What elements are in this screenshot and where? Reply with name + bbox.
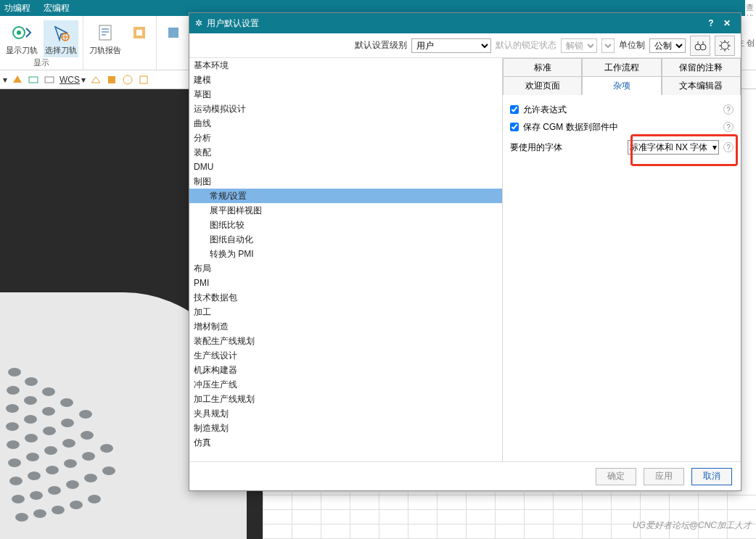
toolbar-icon[interactable] <box>44 74 55 86</box>
tree-item[interactable]: 冲压生产线 <box>189 377 502 392</box>
svg-point-46 <box>42 407 55 416</box>
svg-rect-13 <box>45 77 54 83</box>
toolpath-report-button[interactable]: 刀轨报告 <box>88 20 123 57</box>
tree-item[interactable]: 建模 <box>189 73 502 87</box>
tree-item[interactable]: 装配 <box>189 145 502 160</box>
font-select[interactable]: 标准字体和 NX 字体▾ <box>628 140 719 155</box>
tree-item[interactable]: 图纸比较 <box>189 218 502 232</box>
svg-rect-10 <box>136 30 142 36</box>
ribbon-icon-button[interactable] <box>127 20 152 45</box>
svg-point-47 <box>60 398 73 407</box>
wcs-dropdown[interactable]: WCS ▾ <box>59 75 86 85</box>
tree-item[interactable]: 装配生产线规划 <box>189 334 502 348</box>
allow-expression-checkbox[interactable] <box>510 105 519 114</box>
svg-point-40 <box>25 434 38 443</box>
svg-point-36 <box>44 446 57 455</box>
tree-item[interactable]: 常规/设置 <box>189 189 502 203</box>
svg-point-34 <box>8 458 21 467</box>
ribbon-icon-button[interactable] <box>161 20 186 45</box>
apply-button[interactable]: 应用 <box>644 468 684 485</box>
tab[interactable]: 文本编辑器 <box>662 76 741 95</box>
tab[interactable]: 杂项 <box>582 76 661 95</box>
tree-item[interactable]: 图纸自动化 <box>189 232 502 247</box>
toolbar-icon[interactable] <box>12 74 23 86</box>
lock-aux-select <box>601 38 615 53</box>
svg-point-45 <box>24 415 37 424</box>
toolbar-icon[interactable]: ▾ <box>3 75 7 85</box>
svg-point-20 <box>70 501 83 509</box>
search-input[interactable]: 查找 <box>745 0 756 16</box>
settings-icon[interactable] <box>715 36 735 56</box>
tree-item[interactable]: 运动模拟设计 <box>189 102 502 116</box>
save-cgm-checkbox[interactable] <box>510 123 519 131</box>
help-icon[interactable]: ? <box>723 142 734 152</box>
unit-label: 单位制 <box>619 39 645 52</box>
svg-point-53 <box>8 368 21 377</box>
svg-point-58 <box>721 42 728 49</box>
user-defaults-dialog: ✲ 用户默认设置 ? ✕ 默认设置级别 用户 默认的锁定状态 解锁 单位制 公制… <box>189 12 741 491</box>
binoculars-icon[interactable] <box>690 36 710 56</box>
dialog-titlebar: ✲ 用户默认设置 ? ✕ <box>189 13 741 33</box>
tree-item[interactable]: 曲线 <box>189 116 502 131</box>
level-label: 默认设置级别 <box>355 39 407 52</box>
gear-icon: ✲ <box>195 18 202 28</box>
tree-item[interactable]: 分析 <box>189 131 502 145</box>
toolbar-icon[interactable] <box>122 74 133 86</box>
select-toolpath-button[interactable]: 选择刀轨 <box>44 20 78 57</box>
svg-point-1 <box>17 30 21 35</box>
show-toolpath-button[interactable]: 显示刀轨 <box>4 20 39 57</box>
tab-bar: 标准工作流程保留的注释欢迎页面杂项文本编辑器 <box>503 58 741 95</box>
svg-line-63 <box>720 41 722 43</box>
tree-item[interactable]: 生产线设计 <box>189 348 502 363</box>
category-tree[interactable]: 基本环境建模草图运动模拟设计曲线分析装配DMU制图常规/设置展平图样视图图纸比较… <box>189 58 503 461</box>
tree-item[interactable]: 夹具规划 <box>189 406 502 421</box>
options-area: 允许表达式 ? 保存 CGM 数据到部件中 ? 要使用的字体 标准字体和 NX … <box>503 95 741 461</box>
svg-point-25 <box>66 480 79 489</box>
tree-item[interactable]: 技术数据包 <box>189 290 502 305</box>
tree-item[interactable]: 加工 <box>189 305 502 319</box>
unit-select[interactable]: 公制 <box>649 38 686 53</box>
svg-rect-16 <box>140 76 147 83</box>
tree-item[interactable]: 制图 <box>189 174 502 189</box>
toolbar-icon[interactable] <box>106 74 118 86</box>
tree-item[interactable]: 展平图样视图 <box>189 203 502 218</box>
svg-point-43 <box>79 410 92 419</box>
level-select[interactable]: 用户 <box>411 38 491 53</box>
svg-point-48 <box>6 404 19 413</box>
close-button[interactable]: ✕ <box>719 18 735 28</box>
ok-button[interactable]: 确定 <box>596 468 636 485</box>
help-icon[interactable]: ? <box>723 104 734 115</box>
font-to-use-label: 要使用的字体 <box>510 141 562 154</box>
cancel-button[interactable]: 取消 <box>691 468 732 485</box>
menu-item[interactable]: 功编程 <box>4 2 30 15</box>
svg-line-65 <box>720 49 722 50</box>
tree-item[interactable]: 转换为 PMI <box>189 247 502 261</box>
tree-item[interactable]: 仿真 <box>189 435 502 450</box>
toolbar-icon[interactable] <box>138 74 149 86</box>
tab[interactable]: 工作流程 <box>582 58 661 77</box>
tree-item[interactable]: 制造规划 <box>189 421 502 435</box>
menu-item[interactable]: 宏编程 <box>44 2 70 15</box>
tree-item[interactable]: 基本环境 <box>189 58 502 73</box>
svg-point-52 <box>25 377 38 386</box>
toolbar-icon[interactable] <box>28 74 39 86</box>
tree-item[interactable]: DMU <box>189 160 502 174</box>
help-icon[interactable]: ? <box>723 122 734 132</box>
tab[interactable]: 保留的注释 <box>662 58 741 77</box>
tree-item[interactable]: 加工生产线规划 <box>189 392 502 406</box>
tree-item[interactable]: 增材制造 <box>189 319 502 334</box>
tree-item[interactable]: 草图 <box>189 87 502 102</box>
svg-rect-5 <box>99 25 111 40</box>
tab[interactable]: 标准 <box>503 58 582 77</box>
help-button[interactable]: ? <box>703 18 719 28</box>
toolbar-icon[interactable] <box>90 74 102 86</box>
tree-item[interactable]: PMI <box>189 276 502 290</box>
svg-point-30 <box>46 466 59 474</box>
svg-line-66 <box>728 41 729 43</box>
tree-item[interactable]: 布局 <box>189 261 502 276</box>
svg-point-22 <box>12 495 25 503</box>
dialog-footer: 确定 应用 取消 <box>189 461 741 490</box>
svg-point-24 <box>48 486 61 495</box>
tab[interactable]: 欢迎页面 <box>503 76 582 95</box>
tree-item[interactable]: 机床构建器 <box>189 363 502 377</box>
